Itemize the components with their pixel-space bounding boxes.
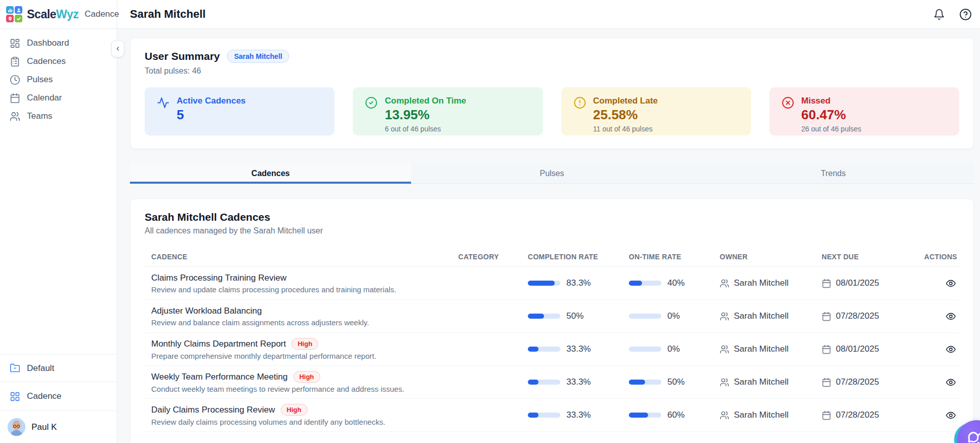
view-button[interactable] xyxy=(919,377,959,388)
sidebar-item-calendar[interactable]: Calendar xyxy=(0,89,117,107)
ontime-bar-track xyxy=(629,281,661,286)
stat-active-cadences: Active Cadences 5 xyxy=(145,87,334,135)
help-button[interactable] xyxy=(959,8,972,21)
ontime-value: 60% xyxy=(667,410,685,420)
sidebar-item-teams[interactable]: Teams xyxy=(0,107,117,125)
table-row: Adjuster Workload Balancing Review and b… xyxy=(145,300,959,333)
next-due-cell: 08/01/2025 xyxy=(822,344,919,354)
next-due-date: 08/01/2025 xyxy=(836,278,879,288)
ontime-bar-track xyxy=(629,380,661,385)
folder-icon xyxy=(10,363,20,373)
cadence-name: Monthly Claims Department Report xyxy=(151,339,286,349)
view-button[interactable] xyxy=(919,344,959,355)
completion-bar-fill xyxy=(528,314,544,319)
cadence-description: Conduct weekly team meetings to review p… xyxy=(151,385,458,393)
cadence-description: Review and balance claim assignments acr… xyxy=(151,318,458,327)
tab-trends[interactable]: Trends xyxy=(693,163,974,183)
ontime-rate-cell: 40% xyxy=(629,278,720,288)
completion-value: 83.3% xyxy=(566,278,591,288)
calendar-icon xyxy=(10,93,20,104)
check-circle-icon xyxy=(365,96,378,127)
column-header-actions: ACTIONS xyxy=(919,253,959,261)
owner-name: Sarah Mitchell xyxy=(734,410,789,420)
stat-value: 60.47% xyxy=(801,107,861,123)
bell-icon xyxy=(933,9,945,20)
ontime-bar-track xyxy=(629,413,661,418)
alert-circle-icon xyxy=(573,96,586,127)
view-button[interactable] xyxy=(919,311,959,322)
sidebar-collapse-button[interactable] xyxy=(111,40,124,57)
notifications-button[interactable] xyxy=(933,9,945,20)
users-icon xyxy=(720,411,729,420)
completion-bar-track xyxy=(528,281,560,286)
completion-bar-fill xyxy=(528,413,538,418)
view-button[interactable] xyxy=(919,410,959,421)
calendar-icon xyxy=(822,312,831,321)
logo-user-icon xyxy=(15,6,22,14)
next-due-date: 07/28/2025 xyxy=(836,377,879,387)
sidebar-user[interactable]: Paul K xyxy=(0,411,117,443)
ontime-bar-fill xyxy=(629,380,645,385)
owner-cell: Sarah Mitchell xyxy=(720,344,822,354)
logo-barchart-icon xyxy=(6,6,14,14)
page-title: Sarah Mitchell xyxy=(130,8,206,21)
completion-bar-track xyxy=(528,380,560,385)
ontime-rate-cell: 50% xyxy=(629,377,720,387)
workspace-item-cadence[interactable]: Cadence xyxy=(0,382,117,411)
completion-rate-cell: 33.3% xyxy=(528,344,629,354)
sidebar-user-name: Paul K xyxy=(31,422,57,432)
calendar-icon xyxy=(822,378,831,387)
completion-bar-track xyxy=(528,314,560,319)
owner-cell: Sarah Mitchell xyxy=(720,377,822,387)
table-row: Monthly Claims Department ReportHigh Pre… xyxy=(145,333,959,366)
stat-completed-late: Completed Late 25.58% 11 out of 46 pulse… xyxy=(561,87,751,135)
clipboard-icon xyxy=(10,56,20,67)
view-button[interactable] xyxy=(919,278,959,289)
completion-rate-cell: 33.3% xyxy=(528,377,629,387)
eye-icon xyxy=(945,311,956,322)
workspace-item-default[interactable]: Default xyxy=(0,354,117,382)
logo-pin-icon xyxy=(6,15,14,22)
users-icon xyxy=(720,312,729,321)
dashboard-grid-icon xyxy=(10,38,20,49)
completion-rate-cell: 33.3% xyxy=(528,410,629,420)
sidebar-item-label: Pulses xyxy=(27,75,53,85)
brand-wyz: Wyz xyxy=(56,8,79,21)
column-header-category: CATEGORY xyxy=(458,253,528,261)
tab-cadences[interactable]: Cadences xyxy=(130,163,411,183)
scalewyz-logo xyxy=(6,6,22,22)
cadence-description: Review and update claims processing proc… xyxy=(151,285,458,294)
table-row: Claims Processing Training Review Review… xyxy=(145,267,959,300)
next-due-cell: 08/01/2025 xyxy=(822,278,919,288)
sidebar-item-pulses[interactable]: Pulses xyxy=(0,71,117,89)
ontime-rate-cell: 0% xyxy=(629,311,720,321)
total-pulses: Total pulses: 46 xyxy=(145,66,959,76)
table-title: Sarah Mitchell Cadences xyxy=(145,211,959,223)
eye-icon xyxy=(945,410,956,421)
next-due-date: 08/01/2025 xyxy=(836,344,879,354)
sidebar-item-label: Dashboard xyxy=(27,38,69,48)
priority-badge: High xyxy=(293,371,320,383)
workspace-label: Cadence xyxy=(27,391,61,401)
owner-name: Sarah Mitchell xyxy=(734,344,789,354)
calendar-icon xyxy=(822,411,831,420)
sidebar: Dashboard Cadences Pulses Calendar Teams xyxy=(0,29,117,443)
main-content: User Summary Sarah Mitchell Total pulses… xyxy=(117,29,980,443)
column-header-cadence: CADENCE xyxy=(145,253,458,261)
tab-pulses[interactable]: Pulses xyxy=(411,163,692,183)
next-due-cell: 07/28/2025 xyxy=(822,377,919,387)
sidebar-nav: Dashboard Cadences Pulses Calendar Teams xyxy=(0,29,117,125)
brand-scale: Scale xyxy=(27,8,56,21)
completion-bar-fill xyxy=(528,380,538,385)
cadence-name: Claims Processing Training Review xyxy=(151,273,286,283)
sidebar-item-cadences[interactable]: Cadences xyxy=(0,52,117,71)
clock-icon xyxy=(10,75,20,85)
calendar-icon xyxy=(822,279,831,288)
ontime-value: 40% xyxy=(667,278,685,288)
calendar-icon xyxy=(822,345,831,354)
users-icon xyxy=(720,345,729,354)
chat-bubbles-icon xyxy=(967,430,980,443)
grid-icon xyxy=(10,391,20,402)
sidebar-item-dashboard[interactable]: Dashboard xyxy=(0,34,117,52)
priority-badge: High xyxy=(291,338,318,350)
